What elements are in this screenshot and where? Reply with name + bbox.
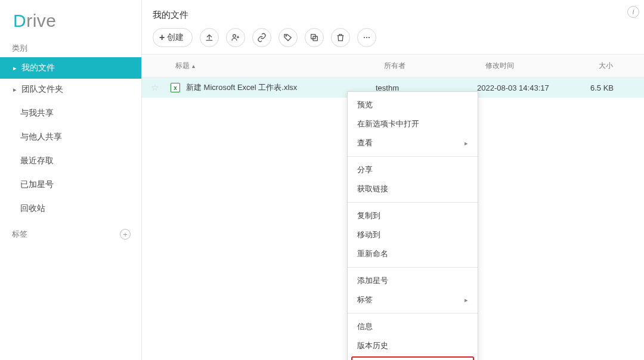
add-person-button[interactable] xyxy=(226,28,245,47)
sidebar-item-label: 已加星号 xyxy=(20,179,54,190)
ctx-rename[interactable]: 重新命名 xyxy=(348,244,478,263)
ctx-open-new-tab[interactable]: 在新选项卡中打开 xyxy=(348,114,478,134)
svg-point-0 xyxy=(233,35,236,38)
excel-file-icon: x xyxy=(171,83,180,92)
sidebar-item-label: 回收站 xyxy=(20,203,45,214)
ctx-version-history[interactable]: 版本历史 xyxy=(348,336,478,355)
ctx-separator xyxy=(348,202,478,203)
sidebar-item-trash[interactable]: 回收站 xyxy=(0,198,141,219)
link-button[interactable] xyxy=(252,28,271,47)
sidebar: Drive 类别 ▸ 我的文件 ▸ 团队文件夹 与我共享 与他人共享 最近存取 … xyxy=(0,0,142,360)
ctx-separator xyxy=(348,267,478,268)
sort-asc-icon: ▴ xyxy=(192,63,195,69)
file-name: 新建 Microsoft Excel 工作表.xlsx xyxy=(186,82,297,93)
plus-icon: + xyxy=(159,32,165,43)
ctx-view[interactable]: 查看▸ xyxy=(348,134,478,153)
sidebar-item-label: 团队文件夹 xyxy=(21,84,63,95)
sidebar-item-label: 与他人共享 xyxy=(20,132,62,142)
caret-right-icon: ▸ xyxy=(13,86,17,94)
chevron-right-icon: ▸ xyxy=(465,296,468,304)
svg-point-5 xyxy=(366,37,367,38)
cell-title[interactable]: x 新建 Microsoft Excel 工作表.xlsx xyxy=(167,82,376,93)
add-label-button[interactable]: + xyxy=(120,229,131,240)
person-plus-icon xyxy=(231,33,240,42)
cell-modified-time: 2022-08-03 14:43:17 xyxy=(477,83,590,92)
sidebar-section-categories: 类别 xyxy=(0,37,141,57)
tag-icon xyxy=(283,33,293,42)
delete-button[interactable] xyxy=(331,28,350,47)
info-icon[interactable]: i xyxy=(627,6,639,18)
sidebar-item-recent[interactable]: 最近存取 xyxy=(0,150,141,172)
column-header-modified[interactable]: 修改时间 xyxy=(477,55,590,77)
chevron-right-icon: ▸ xyxy=(465,139,468,147)
cell-size: 6.5 KB xyxy=(590,83,644,92)
ctx-preview[interactable]: 预览 xyxy=(348,95,478,114)
caret-right-icon: ▸ xyxy=(13,64,17,72)
sidebar-item-my-files[interactable]: ▸ 我的文件 xyxy=(0,57,141,79)
sidebar-section-labels: 标签 + xyxy=(0,219,141,244)
sidebar-item-label: 最近存取 xyxy=(20,156,54,166)
ctx-add-star[interactable]: 添加星号 xyxy=(348,271,478,290)
sidebar-item-shared-with-others[interactable]: 与他人共享 xyxy=(0,126,141,148)
ctx-convert-office[interactable]: 转换为 Synology Office 文件 xyxy=(351,356,474,360)
copy-icon xyxy=(309,33,319,42)
sidebar-item-label: 与我共享 xyxy=(20,108,54,119)
labels-title: 标签 xyxy=(12,229,27,240)
column-header-size[interactable]: 大小 xyxy=(590,55,644,77)
create-button-label: 创建 xyxy=(167,32,184,43)
breadcrumb[interactable]: 我的文件 xyxy=(142,0,644,26)
upload-icon xyxy=(205,33,214,42)
sidebar-item-team-folders[interactable]: ▸ 团队文件夹 xyxy=(0,79,141,100)
upload-button[interactable] xyxy=(200,28,219,47)
star-icon[interactable]: ☆ xyxy=(142,82,167,93)
ctx-share[interactable]: 分享 xyxy=(348,160,478,179)
svg-point-6 xyxy=(369,37,370,38)
ctx-labels[interactable]: 标签▸ xyxy=(348,290,478,309)
table-header: 标题▴ 所有者 修改时间 大小 xyxy=(142,54,644,77)
more-icon xyxy=(362,33,371,42)
column-header-owner[interactable]: 所有者 xyxy=(376,55,477,77)
ctx-separator xyxy=(348,313,478,314)
svg-point-4 xyxy=(364,37,365,38)
column-header-title[interactable]: 标题▴ xyxy=(167,55,376,77)
svg-point-1 xyxy=(286,35,287,36)
ctx-move-to[interactable]: 移动到 xyxy=(348,225,478,244)
ctx-get-link[interactable]: 获取链接 xyxy=(348,179,478,198)
create-button[interactable]: + 创建 xyxy=(153,28,193,47)
copy-button[interactable] xyxy=(305,28,324,47)
trash-icon xyxy=(336,33,345,42)
tag-button[interactable] xyxy=(278,28,298,47)
context-menu: 预览 在新选项卡中打开 查看▸ 分享 获取链接 复制到 移动到 重新命名 添加星… xyxy=(347,91,478,360)
sidebar-item-starred[interactable]: 已加星号 xyxy=(0,174,141,195)
ctx-separator xyxy=(348,156,478,157)
ctx-copy-to[interactable]: 复制到 xyxy=(348,206,478,225)
sidebar-item-label: 我的文件 xyxy=(21,63,55,73)
toolbar: + 创建 xyxy=(142,26,644,54)
sidebar-item-shared-with-me[interactable]: 与我共享 xyxy=(0,103,141,124)
link-icon xyxy=(257,33,267,42)
ctx-info[interactable]: 信息 xyxy=(348,317,478,336)
app-logo[interactable]: Drive xyxy=(0,0,141,37)
more-button[interactable] xyxy=(357,28,376,47)
